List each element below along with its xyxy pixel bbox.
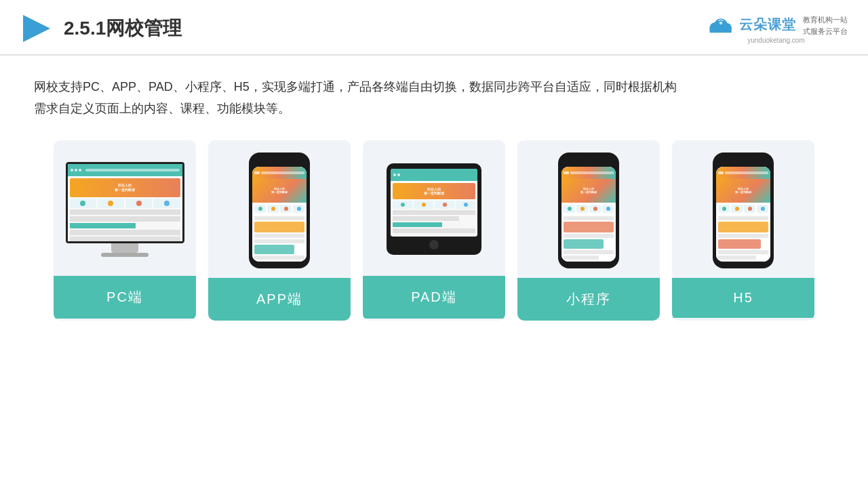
phone-icons-row-3 xyxy=(716,203,770,215)
page-header: 2.5.1网校管理 云朵课堂 教育机构一站 式服务云平台 yunduoketan… xyxy=(0,0,868,56)
card-pc-image: 职达人的第一堂判断课 xyxy=(54,140,196,276)
card-miniprogram-image: 职达人的第一堂判断课 xyxy=(517,140,660,278)
phone-notch-2 xyxy=(578,159,599,164)
card-h5-image: 职达人的第一堂判断课 xyxy=(672,140,814,278)
svg-marker-0 xyxy=(23,15,50,42)
card-pad: 职达人的第一堂判断课 xyxy=(363,140,505,321)
card-app-label: APP端 xyxy=(208,278,351,321)
phone-banner: 职达人的第一堂判断课 xyxy=(252,179,307,203)
tablet-screen-content: 职达人的第一堂判断课 xyxy=(391,169,477,237)
play-icon xyxy=(20,12,53,45)
card-pad-image: 职达人的第一堂判断课 xyxy=(363,140,505,276)
phone-banner-text-2: 职达人的第一堂判断课 xyxy=(580,187,597,195)
phone-icon xyxy=(267,205,279,213)
phone-icon-3 xyxy=(757,205,768,213)
phone-notch-area xyxy=(252,159,307,164)
svg-rect-4 xyxy=(710,27,732,33)
logo-url: yunduoketang.com xyxy=(747,37,805,44)
tablet-device: 职达人的第一堂判断课 xyxy=(387,163,481,255)
monitor-screen: 职达人的第一堂判断课 xyxy=(66,162,184,243)
monitor-base xyxy=(101,253,149,257)
description-area: 网校支持PC、APP、PAD、小程序、H5，实现多端打通，产品各终端自由切换，数… xyxy=(0,56,868,127)
phone-app-device: 职达人的第一堂判断课 xyxy=(249,152,310,268)
phone-miniprogram-device: 职达人的第一堂判断课 xyxy=(558,152,619,268)
phone-icon-3 xyxy=(718,205,730,213)
phone-icons-row-2 xyxy=(561,203,616,215)
phone-notch xyxy=(269,159,290,164)
phone-icon-3 xyxy=(744,205,755,213)
phone-header-bar-3 xyxy=(716,167,770,179)
logo-area: 云朵课堂 教育机构一站 式服务云平台 yunduoketang.com xyxy=(705,14,848,44)
phone-content-row-3 xyxy=(718,261,768,262)
phone-content-row-2 xyxy=(564,216,614,220)
phone-notch-3 xyxy=(732,159,754,164)
phone-content-row-3 xyxy=(718,234,768,238)
cards-section: 职达人的第一堂判断课 xyxy=(0,127,868,334)
phone-content-row xyxy=(254,216,304,220)
phone-banner-text: 职达人的第一堂判断课 xyxy=(271,187,288,195)
screen-dot xyxy=(79,169,81,171)
card-app: 职达人的第一堂判断课 xyxy=(208,140,351,321)
card-app-image: 职达人的第一堂判断课 xyxy=(208,140,351,278)
grid-item xyxy=(153,199,180,208)
phone-content-row-3 xyxy=(718,216,768,220)
phone-icon-2 xyxy=(564,205,575,213)
phone-content-row-3 xyxy=(718,250,768,254)
phone-h5-content: 职达人的第一堂判断课 xyxy=(716,167,770,262)
screen-row-accent xyxy=(70,223,136,228)
monitor-device: 职达人的第一堂判断课 xyxy=(66,162,184,257)
phone-content-row xyxy=(254,239,304,243)
phone-miniprogram-screen: 职达人的第一堂判断课 xyxy=(561,167,616,262)
screen-dot xyxy=(75,169,77,171)
phone-content-row-2 xyxy=(564,261,614,262)
logo-tagline-1: 教育机构一站 xyxy=(803,15,848,25)
phone-content-row xyxy=(254,261,304,262)
phone-icon-2 xyxy=(589,205,601,213)
logo-tagline-2: 式服务云平台 xyxy=(803,26,848,37)
phone-icon-3 xyxy=(731,205,743,213)
grid-item xyxy=(98,199,124,208)
phone-banner-text-3: 职达人的第一堂判断课 xyxy=(735,187,751,195)
phone-miniprogram-content: 职达人的第一堂判断课 xyxy=(561,167,616,262)
screen-row xyxy=(70,216,180,222)
phone-content-rows-3 xyxy=(716,215,770,262)
svg-point-5 xyxy=(719,21,723,24)
screen-banner-text: 职达人的第一堂判断课 xyxy=(115,183,135,192)
screen-content-pc: 职达人的第一堂判断课 xyxy=(68,164,182,241)
screen-dot xyxy=(393,174,396,176)
tablet-header-bar xyxy=(391,169,477,181)
phone-h5-device: 职达人的第一堂判断课 xyxy=(713,152,774,268)
logo-text: 云朵课堂 xyxy=(739,16,796,34)
screen-rows xyxy=(70,209,180,241)
card-miniprogram-label: 小程序 xyxy=(517,278,660,321)
screen-header-bar xyxy=(68,164,182,176)
phone-h5-screen: 职达人的第一堂判断课 xyxy=(716,167,770,262)
phone-header-bar xyxy=(252,167,307,179)
screen-grid xyxy=(70,199,180,208)
phone-content-row xyxy=(254,234,304,238)
card-pc: 职达人的第一堂判断课 xyxy=(54,140,196,321)
phone-content-row-2 xyxy=(564,250,614,254)
screen-row xyxy=(70,209,180,215)
screen-dot xyxy=(397,174,400,176)
screen-body: 职达人的第一堂判断课 xyxy=(68,176,182,241)
page-title: 2.5.1网校管理 xyxy=(64,16,182,41)
phone-content-row-2 xyxy=(564,234,614,238)
phone-notch-area-3 xyxy=(716,159,770,164)
phone-content-row xyxy=(254,256,304,260)
phone-banner-2: 职达人的第一堂判断课 xyxy=(561,179,616,203)
screen-row xyxy=(70,230,180,235)
tablet-screen: 职达人的第一堂判断课 xyxy=(391,169,477,237)
screen-banner: 职达人的第一堂判断课 xyxy=(70,178,180,197)
tablet-home-button xyxy=(429,240,439,249)
phone-icon xyxy=(254,205,266,213)
card-pc-label: PC端 xyxy=(54,276,196,319)
grid-item xyxy=(125,199,152,208)
card-pad-label: PAD端 xyxy=(363,276,505,319)
phone-app-screen: 职达人的第一堂判断课 xyxy=(252,167,307,262)
phone-icons-row xyxy=(252,203,307,215)
phone-content-row-3 xyxy=(718,256,756,260)
phone-icon xyxy=(293,205,304,213)
card-h5-label: H5 xyxy=(672,278,814,318)
phone-header-bar-2 xyxy=(561,167,616,179)
